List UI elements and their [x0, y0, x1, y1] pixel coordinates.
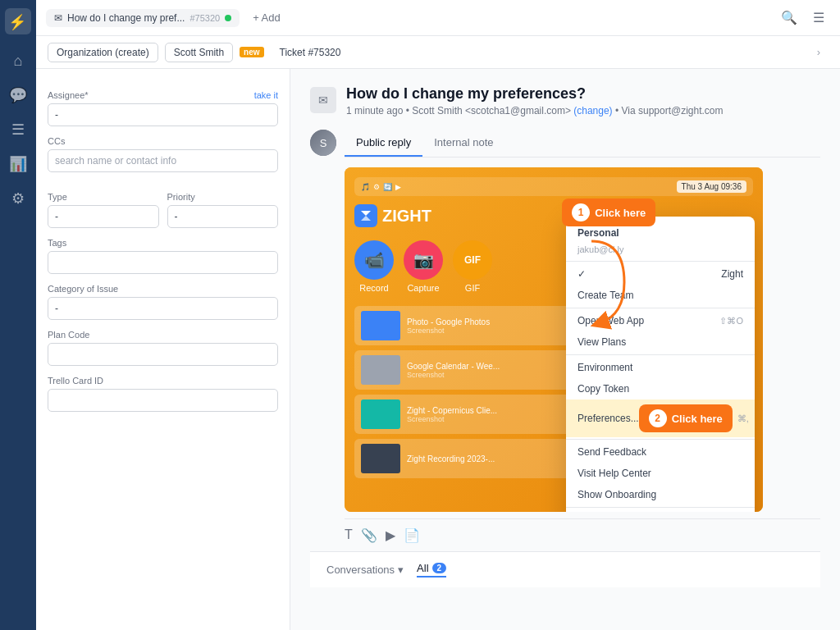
breadcrumb-more[interactable]: ›: [809, 43, 829, 62]
zight-time: Thu 3 Aug 09:36: [677, 180, 746, 193]
dropdown-preferences[interactable]: Preferences... 2 Click here ⌘,: [566, 399, 755, 437]
capture-icon: 📷: [404, 240, 443, 280]
trello-input[interactable]: [48, 389, 278, 412]
toolbar-text-icon[interactable]: T: [345, 527, 353, 543]
tab-internal-note[interactable]: Internal note: [422, 130, 504, 157]
add-label: + Add: [253, 11, 281, 24]
all-tab[interactable]: All 2: [417, 562, 446, 578]
take-it-link[interactable]: take it: [254, 90, 278, 100]
plan-code-label: Plan Code: [48, 330, 278, 340]
conversations-label: Conversations: [326, 564, 395, 576]
tab-public-reply[interactable]: Public reply: [345, 130, 422, 157]
thumb-2: [361, 399, 400, 429]
separator-3: [566, 354, 755, 355]
zight-logo-icon: [354, 204, 377, 227]
tags-input[interactable]: [48, 251, 278, 274]
reply-tabs: Public reply Internal note: [345, 130, 820, 158]
category-field-wrap: Category of Issue: [48, 284, 278, 320]
right-panel: ✉ How do I change my preferences? 1 minu…: [290, 69, 840, 630]
svg-text:⚡: ⚡: [8, 13, 27, 31]
toolbar-doc-icon[interactable]: 📄: [404, 527, 420, 543]
capture-action[interactable]: 📷 Capture: [404, 240, 443, 293]
zight-app: 🎵 ⚙ 🔄 ▶ Thu 3 Aug 09:36: [345, 167, 763, 512]
sidebar-chart-icon[interactable]: 📊: [4, 150, 32, 178]
toolbar-attach-icon[interactable]: 📎: [361, 527, 377, 543]
breadcrumb-user[interactable]: Scott Smith: [165, 43, 233, 62]
callout-1-container: 1 Click here: [562, 199, 655, 226]
svg-marker-3: [361, 216, 371, 221]
all-label: All: [417, 562, 428, 574]
dropdown-view-plans[interactable]: View Plans: [566, 331, 755, 353]
dropdown-send-feedback[interactable]: Send Feedback: [566, 441, 755, 463]
type-input[interactable]: [48, 205, 159, 228]
ccs-input[interactable]: [48, 149, 278, 172]
priority-input[interactable]: [167, 205, 279, 228]
priority-field-wrap: Priority: [167, 182, 279, 228]
type-label: Type: [48, 192, 159, 202]
email-tab-icon: ✉: [54, 12, 62, 24]
sidebar-settings-icon[interactable]: ⚙: [7, 185, 30, 212]
conversations-tab[interactable]: Conversations ▾: [326, 564, 404, 576]
dropdown-about[interactable]: About Zight: [566, 509, 755, 512]
callout-1-text: Click here: [595, 207, 646, 219]
tab-title: How do I change my pref...: [67, 12, 185, 24]
conversations-bar: Conversations ▾ All 2: [310, 551, 820, 587]
dropdown-copy-token[interactable]: Copy Token: [566, 378, 755, 399]
top-bar-actions: 🔍 ☰: [778, 7, 830, 30]
separator-5: [566, 507, 755, 508]
email-icon: ✉: [310, 87, 336, 113]
dropdown-show-onboarding[interactable]: Show Onboarding: [566, 484, 755, 505]
thumb-1: [361, 355, 400, 385]
dropdown-visit-help[interactable]: Visit Help Center: [566, 463, 755, 484]
type-field-wrap: Type: [48, 182, 159, 228]
top-bar: ✉ How do I change my pref... #75320 + Ad…: [36, 0, 840, 36]
separator-4: [566, 439, 755, 440]
record-action[interactable]: 📹 Record: [354, 240, 394, 293]
assignee-field-wrap: Assignee* take it: [48, 90, 278, 126]
preferences-shortcut: ⌘,: [737, 413, 749, 424]
capture-label: Capture: [407, 283, 439, 293]
app-logo: ⚡: [5, 8, 31, 34]
svg-marker-2: [361, 211, 371, 216]
left-panel: Assignee* take it CCs Type: [36, 69, 290, 630]
change-link[interactable]: (change): [573, 105, 612, 116]
thumb-3: [361, 444, 400, 473]
breadcrumb-org[interactable]: Organization (create): [48, 43, 158, 62]
plan-code-input[interactable]: [48, 343, 278, 366]
ccs-field-wrap: CCs: [48, 136, 278, 172]
email-info: How do I change my preferences? 1 minute…: [346, 85, 724, 116]
reply-area: S Public reply Internal note: [310, 130, 820, 551]
breadcrumb-bar: Organization (create) Scott Smith new Ti…: [36, 36, 840, 69]
all-count-badge: 2: [432, 563, 447, 573]
category-input[interactable]: [48, 297, 278, 320]
screenshot-container: 🎵 ⚙ 🔄 ▶ Thu 3 Aug 09:36: [345, 167, 763, 512]
zight-topbar: 🎵 ⚙ 🔄 ▶ Thu 3 Aug 09:36: [354, 177, 753, 196]
conversations-chevron: ▾: [398, 564, 404, 576]
sidebar-chat-icon[interactable]: 💬: [4, 81, 32, 109]
main-area: ✉ How do I change my pref... #75320 + Ad…: [36, 0, 840, 630]
ticket-tab[interactable]: ✉ How do I change my pref... #75320: [46, 9, 240, 27]
search-button[interactable]: 🔍: [778, 7, 801, 30]
callout-2-number: 2: [649, 409, 667, 427]
reply-content: Public reply Internal note: [345, 130, 820, 551]
email-header: ✉ How do I change my preferences? 1 minu…: [310, 85, 820, 116]
breadcrumb-new-badge: new: [240, 47, 263, 57]
email-subject: How do I change my preferences?: [346, 85, 724, 103]
menu-button[interactable]: ☰: [807, 7, 830, 30]
assignee-input[interactable]: [48, 103, 278, 126]
tab-status-dot: [225, 15, 231, 21]
trello-label: Trello Card ID: [48, 376, 278, 386]
tags-label: Tags: [48, 238, 278, 248]
sidebar-list-icon[interactable]: ☰: [7, 116, 30, 144]
gif-action[interactable]: GIF GIF: [453, 240, 492, 293]
sidebar-home-icon[interactable]: ⌂: [9, 48, 28, 75]
dropdown-environment[interactable]: Environment: [566, 357, 755, 378]
assignee-label: Assignee* take it: [48, 90, 278, 100]
toolbar-play-icon[interactable]: ▶: [386, 527, 395, 543]
left-sidebar: ⚡ ⌂ 💬 ☰ 📊 ⚙: [0, 0, 36, 630]
breadcrumb-ticket[interactable]: Ticket #75320: [271, 43, 350, 62]
trello-field-wrap: Trello Card ID: [48, 376, 278, 412]
add-button[interactable]: + Add: [246, 8, 287, 27]
thumb-0: [361, 311, 400, 340]
callout-2-text: Click here: [672, 413, 723, 425]
